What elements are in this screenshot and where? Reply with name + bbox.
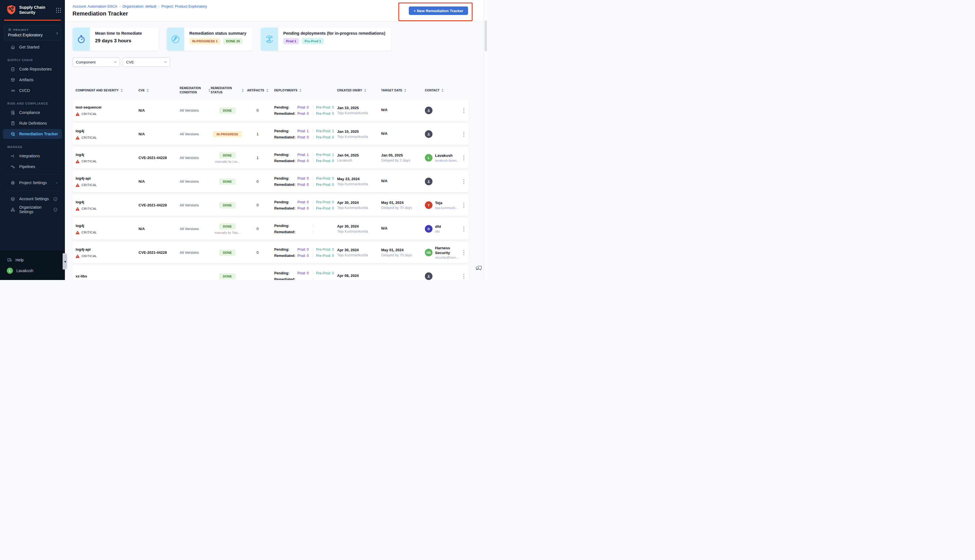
prod-pending-count: Prod: 1 xyxy=(297,153,313,157)
preprod-pending-count: Pre-Prod: 1 xyxy=(314,153,334,157)
table-row[interactable]: log4j CRITICAL N/A All Versions DONE man… xyxy=(72,218,469,240)
column-header-component-and-severity[interactable]: COMPONENT AND SEVERITY xyxy=(72,88,139,92)
preprod-pending-count: Pre-Prod: 0 xyxy=(314,200,334,204)
sidebar-item-remediation-tracker[interactable]: Remediation Tracker xyxy=(3,129,62,139)
cell-contact xyxy=(422,272,458,280)
cell-cve: CVE-2021-44228 xyxy=(139,156,180,160)
preprod-pending-count: Pre-Prod: 0 xyxy=(314,271,334,275)
row-menu-kebab-icon[interactable] xyxy=(458,179,469,184)
column-header-contact[interactable]: CONTACT xyxy=(422,88,458,92)
sort-icon xyxy=(208,88,211,92)
cell-contact: L Lavakushlavakush.biyan... xyxy=(422,153,458,162)
table-row[interactable]: log4j CRITICAL N/A All Versions IN-PROGR… xyxy=(72,123,469,145)
divider xyxy=(313,230,314,234)
project-cube-icon xyxy=(8,28,12,32)
support-chat-icon[interactable] xyxy=(475,264,482,272)
preprod-remediated-count: Pre-Prod: 0 xyxy=(314,183,334,187)
brand-header: Supply ChainSecurity xyxy=(0,0,65,18)
row-menu-kebab-icon[interactable] xyxy=(458,274,469,279)
table-row[interactable]: xz-libs DONE Pending: Prod: 0 Pre-Prod: … xyxy=(72,265,469,280)
sort-icon xyxy=(441,88,444,92)
column-header-cve[interactable]: CVE xyxy=(139,88,180,92)
cell-component: xz-libs xyxy=(72,274,139,278)
module-grid-icon[interactable] xyxy=(55,7,61,13)
scrollbar-thumb[interactable] xyxy=(485,20,487,51)
column-header-remediation-status[interactable]: REMEDIATION STATUS xyxy=(211,86,244,94)
sidebar-item-get-started[interactable]: Get Started xyxy=(3,42,62,52)
main-content: Account: Automation-SSCA›Organization: d… xyxy=(65,0,488,280)
column-header-target-date[interactable]: TARGET DATE xyxy=(378,88,422,92)
chevron-right-icon: › xyxy=(57,30,58,35)
compliance-doc-icon xyxy=(10,110,15,115)
sidebar-item-code-repositories[interactable]: Code Repositories xyxy=(3,64,62,74)
filters: Component CVE xyxy=(72,58,488,67)
project-label: PROJECT xyxy=(13,28,29,31)
table-row[interactable]: log4j CRITICAL CVE-2021-44228 All Versio… xyxy=(72,194,469,216)
breadcrumb-link-project[interactable]: Project: Product Exploratory xyxy=(161,4,207,8)
table-row[interactable]: log4j-api CRITICAL N/A All Versions DONE… xyxy=(72,171,469,192)
cell-cve: N/A xyxy=(139,108,180,113)
sidebar-collapse-handle[interactable]: ◀ xyxy=(63,253,67,270)
row-menu-kebab-icon[interactable] xyxy=(458,203,469,208)
project-selector[interactable]: PROJECT Product Exploratory › xyxy=(4,25,61,40)
status-badge: DONE xyxy=(219,223,235,230)
row-menu-kebab-icon[interactable] xyxy=(458,108,469,113)
prod-pending-count: Prod: 0 xyxy=(297,105,313,109)
cell-deployments: Pending: Prod: 1 Pre-Prod: 1 Remediated:… xyxy=(271,129,334,139)
rule-definitions-icon xyxy=(10,121,15,126)
contact-name: Teja xyxy=(435,201,458,205)
cell-remediation-status: DONE xyxy=(211,250,244,256)
new-remediation-tracker-button[interactable]: + New Remediation Tracker xyxy=(409,7,468,15)
component-filter-dropdown[interactable]: Component xyxy=(72,58,120,67)
vertical-scrollbar[interactable] xyxy=(484,0,488,280)
sidebar-item-ci-cd[interactable]: CI/CD xyxy=(3,85,62,96)
cell-created-on-by: Apr 08, 2024 xyxy=(334,273,378,279)
cell-remediation-condition: All Versions xyxy=(180,227,211,231)
sidebar-item-account-settings[interactable]: Account Settings xyxy=(3,194,62,204)
code-repo-icon xyxy=(10,67,15,72)
sidebar-item-compliance[interactable]: Compliance xyxy=(3,107,62,118)
prod-pending-count: Prod: 0 xyxy=(297,177,313,180)
sidebar: Supply ChainSecurity PROJECT Product Exp… xyxy=(0,0,65,280)
cell-component: log4j CRITICAL xyxy=(72,223,139,234)
person-avatar-icon xyxy=(425,107,432,114)
row-menu-kebab-icon[interactable] xyxy=(458,227,469,232)
cve-filter-dropdown[interactable]: CVE xyxy=(123,58,170,67)
pending-deployments-card: Pending deployments (for in-progress rem… xyxy=(260,28,391,51)
sidebar-item-artifacts[interactable]: Artifacts xyxy=(3,75,62,85)
contact-email: security@harn... xyxy=(435,256,459,259)
cell-remediation-status: DONE xyxy=(211,202,244,208)
sidebar-user[interactable]: L Lavakush xyxy=(0,265,65,276)
table-row[interactable]: log4j-api CRITICAL CVE-2021-44228 All Ve… xyxy=(72,242,469,263)
column-header-created-on-by[interactable]: CREATED ON/BY xyxy=(334,88,378,92)
sidebar-item-help[interactable]: ? Help xyxy=(0,255,65,265)
divider xyxy=(313,224,314,228)
table-row[interactable]: test-sequencer CRITICAL N/A All Versions… xyxy=(72,100,469,121)
column-header-deployments[interactable]: DEPLOYMENTS xyxy=(271,88,334,92)
table-body: test-sequencer CRITICAL N/A All Versions… xyxy=(72,100,469,280)
chevron-down-icon xyxy=(164,61,167,63)
sidebar-item-pipelines[interactable]: Pipelines xyxy=(3,162,62,172)
row-menu-kebab-icon[interactable] xyxy=(458,155,469,160)
contact-avatar: HS xyxy=(425,249,432,256)
breadcrumb-link-organization[interactable]: Organization: default xyxy=(122,4,156,8)
table-row[interactable]: log4j CRITICAL CVE-2021-44228 All Versio… xyxy=(72,147,469,168)
cell-cve: N/A xyxy=(139,132,180,136)
breadcrumb-link-account[interactable]: Account: Automation-SSCA xyxy=(72,4,117,8)
column-header-artifacts[interactable]: ARTIFACTS xyxy=(244,88,271,92)
chevron-down-icon xyxy=(114,61,117,63)
cell-contact xyxy=(422,178,458,185)
sidebar-item-project-settings[interactable]: Project Settings› xyxy=(3,178,62,188)
column-header-remediation-condition[interactable]: REMEDIATION CONDITION xyxy=(180,86,211,94)
card-title: Remediation status summary xyxy=(189,31,246,35)
row-menu-kebab-icon[interactable] xyxy=(458,250,469,255)
status-summary-card: Remediation status summary IN-PROGRESS 1… xyxy=(167,28,252,51)
sidebar-item-integrations[interactable]: Integrations xyxy=(3,151,62,161)
remediation-table: COMPONENT AND SEVERITYCVEREMEDIATION CON… xyxy=(72,85,469,280)
row-menu-kebab-icon[interactable] xyxy=(458,132,469,137)
cell-deployments: Pending: Prod: 0 Pre-Prod: 0 Remediated:… xyxy=(271,248,334,258)
sidebar-item-rule-definitions[interactable]: Rule Definitions xyxy=(3,118,62,128)
cell-created-on-by: Jan 10, 2025 Teja Kummarikuntla xyxy=(334,130,378,139)
summary-cards: Mean time to Remediate 29 days 3 hours R… xyxy=(72,28,488,51)
sidebar-item-organization-settings[interactable]: Organization Settings xyxy=(3,205,62,215)
